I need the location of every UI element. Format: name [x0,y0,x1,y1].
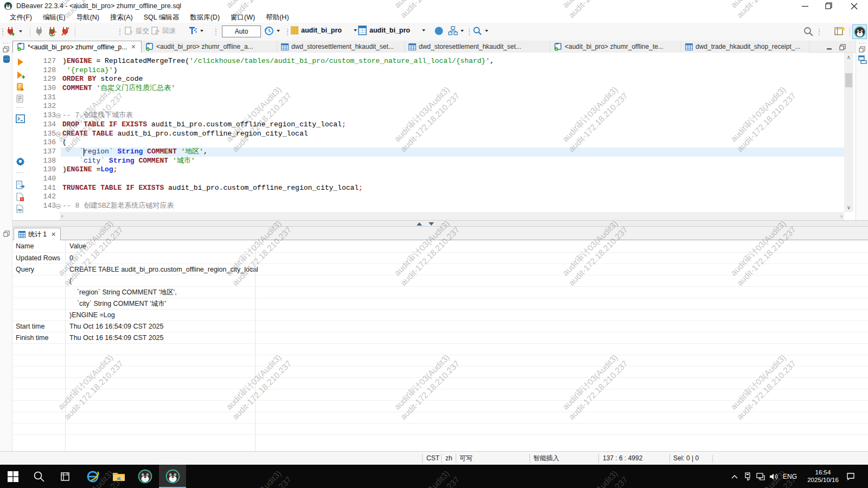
empty-row[interactable] [12,389,868,401]
column-divider[interactable] [65,240,66,451]
er-diagram-button[interactable] [448,26,464,36]
table-row[interactable]: `city` String COMMENT '城市' [12,298,868,310]
reconnect-button[interactable] [47,26,58,37]
code-line-129[interactable]: 129ORDER BY store_code [27,75,844,84]
code-line-132[interactable]: 132 [27,102,844,111]
outline-view-icon[interactable] [858,55,867,64]
code-line-143[interactable]: 143-- 8 创建SBZ新老系统店铺对应表 [27,202,844,211]
fold-collapse-icon[interactable] [56,113,61,118]
disconnect-button[interactable] [60,26,71,37]
scroll-up-icon[interactable]: ∧ [844,53,853,61]
code-line-134[interactable]: 134DROP TABLE IF EXISTS audit_bi_pro.cus… [27,120,844,130]
menu-item-5[interactable]: 数据库(D) [184,12,225,23]
connection-selector[interactable]: audit_bi_pro [291,25,357,35]
code-line-139[interactable]: 139)ENGINE =Log; [27,165,844,175]
rollback-button[interactable]: 回滚 [150,26,176,36]
export-data-icon[interactable] [16,181,25,190]
restore-view-icon[interactable] [3,46,9,53]
empty-row[interactable] [12,344,868,355]
empty-row[interactable] [12,401,868,412]
usb-tray-icon[interactable] [741,465,754,488]
code-line-141[interactable]: 141TRUNCATE TABLE IF EXISTS audit_bi_pro… [27,184,844,193]
vertical-scrollbar-thumb[interactable] [845,73,852,87]
code-line-142[interactable]: 142 [27,192,844,202]
notification-center-icon[interactable] [842,465,859,488]
commit-mode-combo[interactable]: Auto [222,25,261,37]
scroll-right-icon[interactable]: › [840,212,843,220]
minimize-editor-icon[interactable] [826,44,833,50]
explain-plan-icon[interactable] [16,94,25,104]
tray-expand-icon[interactable] [728,465,741,488]
code-line-127[interactable]: 127)ENGINE = ReplicatedMergeTree('/click… [27,57,844,66]
editor-tab-5[interactable]: dwd_trade_hkaudit_shop_receipt_... [681,41,809,53]
close-tab-icon[interactable]: ✕ [51,231,56,238]
open-perspective-button[interactable] [834,26,845,36]
dbeaver-perspective-button[interactable] [852,24,867,39]
code-line-138[interactable]: 138 `city` String COMMENT '城市' [27,157,844,166]
panel-splitter[interactable] [12,220,868,227]
menu-item-7[interactable]: 帮助(H) [260,12,294,23]
table-row[interactable]: QueryCREATE TABLE audit_bi_pro.custom_of… [12,264,868,275]
start-button[interactable] [0,465,26,488]
sql-editor[interactable]: 127)ENGINE = ReplicatedMergeTree('/click… [27,53,844,212]
restore-button[interactable] [820,0,838,12]
volume-tray-icon[interactable] [767,465,780,488]
tray-clock[interactable]: 16:542025/10/16 [804,465,842,488]
column-divider[interactable] [255,240,256,451]
menu-item-4[interactable]: SQL 编辑器 [138,12,185,23]
table-row[interactable]: ( [12,275,868,287]
empty-row[interactable] [12,412,868,423]
empty-row[interactable] [12,367,868,378]
table-row[interactable]: Finish timeThu Oct 16 16:54:09 CST 2025 [12,332,868,344]
code-line-128[interactable]: 128 '{replica}') [27,66,844,75]
search-dropdown-button[interactable] [473,26,488,36]
editor-settings-icon[interactable] [16,157,25,166]
fold-column[interactable] [56,130,62,139]
dbeaver-active-taskbar-button[interactable] [159,465,186,488]
tab-statistics[interactable]: 统计 1 ✕ [14,228,61,240]
menu-item-1[interactable]: 编辑(E) [37,12,71,23]
restore-editor-icon[interactable] [839,44,846,50]
transaction-mode-button[interactable] [188,26,203,36]
fold-collapse-icon[interactable] [56,204,61,209]
task-view-button[interactable] [52,465,78,488]
run-new-tab-icon[interactable] [16,70,25,80]
navigator-sync-icon[interactable] [434,26,444,36]
network-tray-icon[interactable] [754,465,767,488]
panel-restore-icon[interactable] [3,230,10,237]
quick-access-search-icon[interactable] [803,26,814,37]
validate-icon[interactable] [16,192,25,202]
scroll-down-icon[interactable]: ∨ [844,203,853,211]
horizontal-scrollbar[interactable]: ‹ › [60,212,844,220]
code-line-131[interactable]: 131 [27,93,844,102]
table-row[interactable]: Updated Rows0 [12,253,868,264]
code-line-135[interactable]: 135CREATE TABLE audit_bi_pro.custom_offl… [27,130,844,139]
run-sql-icon[interactable] [16,57,25,67]
empty-row[interactable] [12,355,868,367]
dbeaver-taskbar-button[interactable] [132,465,158,488]
editor-tab-2[interactable]: dwd_storesettlement_hkaudit_set... [277,41,405,53]
new-connection-button[interactable] [5,26,22,37]
sash-down-icon[interactable] [429,222,434,226]
menu-item-3[interactable]: 搜索(A) [105,12,138,23]
menu-item-2[interactable]: 导航(N) [71,12,105,23]
code-line-137[interactable]: 137 `region` String COMMENT '地区', [27,147,844,157]
database-navigator-icon[interactable] [2,55,11,63]
editor-tab-1[interactable]: <audit_bi_pro> zhumr_offline_a... [142,41,277,53]
code-line-136[interactable]: 136( [27,138,844,147]
menu-item-6[interactable]: 窗口(W) [225,12,260,23]
scroll-left-icon[interactable]: ‹ [61,212,63,220]
minimize-button[interactable] [796,0,814,12]
empty-row[interactable] [12,378,868,389]
fold-collapse-icon[interactable] [56,132,61,137]
sash-up-icon[interactable] [417,222,422,226]
taskbar-search-button[interactable] [26,465,52,488]
table-row[interactable]: )ENGINE =Log [12,310,868,321]
table-row[interactable]: `region` String COMMENT '地区', [12,287,868,298]
statistics-icon[interactable] [16,204,25,214]
close-button[interactable] [845,0,864,12]
restore-view-icon[interactable] [859,46,865,53]
fold-column[interactable] [56,202,62,211]
empty-row[interactable] [12,423,868,435]
tray-language[interactable]: ENG [781,465,799,488]
